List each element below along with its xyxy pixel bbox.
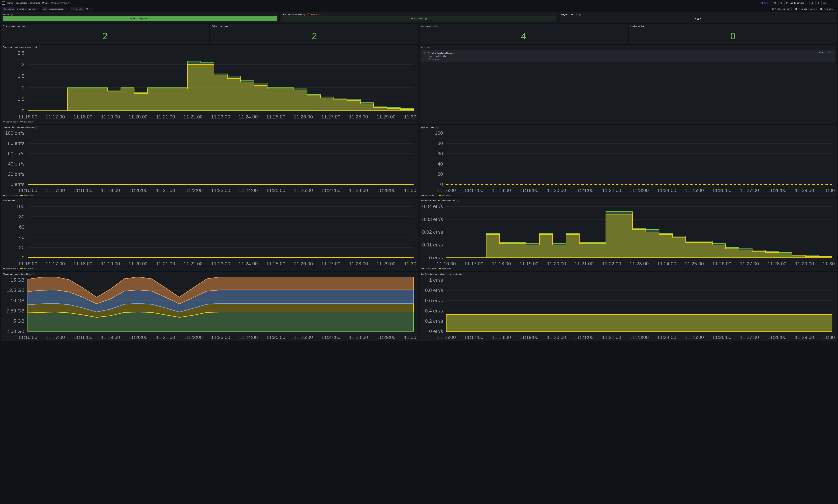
breadcrumb: Home › Dashboards › Integration - Presto… <box>7 2 67 4</box>
svg-text:11:17:00: 11:17:00 <box>464 187 483 193</box>
panel-inactive-workers: Inactive workersi 0 <box>629 24 837 44</box>
var-value: grafanacloud-k3d-prom <box>17 8 36 10</box>
svg-rect-18 <box>795 8 796 9</box>
panel-title: User error failures - one minute rate <box>3 126 35 128</box>
var-job[interactable]: Job integrations/presto <box>42 7 69 11</box>
panel-title: Active coordinators <box>212 25 229 27</box>
alert-row[interactable]: PrestoHighInsufficientResources Firing f… <box>421 50 835 62</box>
svg-text:11:23:00: 11:23:00 <box>630 261 649 266</box>
time-range-picker[interactable]: Last 15 minutes <box>784 1 808 5</box>
svg-text:11:23:00: 11:23:00 <box>630 187 649 193</box>
panel-title: Active workers <box>421 25 434 27</box>
alert-instances: 2 instances <box>429 58 439 60</box>
svg-text:11:24:00: 11:24:00 <box>657 187 676 193</box>
link-presto-logs[interactable]: Presto logs overview <box>793 7 817 11</box>
svg-text:11:25:00: 11:25:00 <box>685 261 704 266</box>
legend: operator-cluster static-cluster <box>420 268 837 271</box>
chart-queued[interactable]: 02040608010011:16:0011:17:0011:18:0011:1… <box>420 129 837 194</box>
svg-text:10 GB: 10 GB <box>11 298 24 303</box>
chevron-down-icon <box>66 8 67 9</box>
legend: operator-cluster static-cluster <box>1 268 418 271</box>
panel-integration-version: Integration versioni 1.0.0 <box>559 12 837 23</box>
zoom-out-button[interactable] <box>809 1 814 5</box>
svg-rect-19 <box>796 8 797 9</box>
svg-text:11:17:00: 11:17:00 <box>464 261 483 266</box>
alert-state: Firing <box>428 55 432 57</box>
link-presto-worker[interactable]: Presto worker <box>818 7 836 11</box>
chart-blocked[interactable]: 02040608010011:16:0011:17:0011:18:0011:1… <box>1 202 418 268</box>
info-icon[interactable]: i <box>436 126 439 128</box>
svg-text:11:18:00: 11:18:00 <box>73 114 92 120</box>
chevron-right-icon: › <box>14 2 15 4</box>
info-icon[interactable]: i <box>427 46 430 49</box>
svg-text:11:25:00: 11:25:00 <box>685 335 704 340</box>
svg-rect-15 <box>773 8 773 9</box>
svg-text:40: 40 <box>19 235 25 240</box>
svg-text:40: 40 <box>438 161 443 166</box>
var-data-source[interactable]: Data Source grafanacloud-k3d-prom <box>2 7 40 11</box>
legend-label: operator-cluster <box>425 268 436 270</box>
refresh-interval-picker[interactable]: 30s <box>821 1 830 5</box>
heart-broken-icon <box>424 51 426 54</box>
kiosk-toggle-button[interactable] <box>831 1 836 5</box>
info-icon[interactable]: i <box>36 126 38 128</box>
info-icon[interactable]: i <box>435 25 438 27</box>
var-presto-cluster[interactable]: Presto cluster All <box>70 7 92 11</box>
info-icon[interactable]: i <box>38 46 40 49</box>
svg-text:11:30:00: 11:30:00 <box>404 261 417 266</box>
svg-line-4 <box>69 3 70 3</box>
time-override-label[interactable]: Last 24 hours <box>311 13 322 15</box>
chevron-right-icon[interactable]: › <box>428 58 428 61</box>
chart-user-error[interactable]: 0 err/s20 err/s40 err/s60 err/s80 err/s1… <box>1 129 418 194</box>
info-icon[interactable]: i <box>17 200 19 202</box>
save-dashboard-button[interactable] <box>772 1 777 5</box>
link-presto-coordinator[interactable]: Presto coordinator <box>770 7 791 11</box>
svg-line-12 <box>812 3 813 4</box>
chart-completed[interactable]: 00.511.522.511:16:0011:17:0011:18:0011:1… <box>1 49 418 121</box>
info-icon[interactable]: i <box>463 273 465 275</box>
info-icon[interactable]: i <box>27 25 29 27</box>
view-alert-rule-link[interactable]: View alert rule <box>819 51 833 53</box>
chart-insufficient[interactable]: 0 err/s0.2 err/s0.4 err/s0.6 err/s0.8 er… <box>420 276 837 341</box>
svg-text:11:23:00: 11:23:00 <box>211 114 230 120</box>
info-icon[interactable]: i <box>578 13 581 16</box>
svg-text:0 err/s: 0 err/s <box>11 182 24 187</box>
svg-text:11:27:00: 11:27:00 <box>321 114 340 120</box>
chevron-down-icon <box>37 8 38 9</box>
add-button[interactable]: Add <box>760 1 771 5</box>
link-label: Presto worker <box>823 8 834 10</box>
chart-memory[interactable]: 2.50 GB5 GB7.50 GB10 GB12.5 GB15 GB11:16… <box>1 276 418 341</box>
menu-icon[interactable] <box>2 1 5 4</box>
refresh-button[interactable] <box>815 1 820 5</box>
svg-rect-7 <box>761 3 762 4</box>
svg-text:11:30:00: 11:30:00 <box>404 114 417 120</box>
info-icon[interactable]: i <box>33 273 35 275</box>
svg-text:2: 2 <box>22 62 24 67</box>
legend-label: static-cluster <box>23 268 33 270</box>
legend-label: operator-cluster <box>6 268 18 270</box>
info-icon[interactable]: i <box>230 25 232 27</box>
chart-internal[interactable]: 0 err/s0.01 err/s0.02 err/s0.03 err/s0.0… <box>420 202 837 268</box>
info-icon[interactable]: i <box>10 13 13 16</box>
share-icon[interactable] <box>68 1 71 4</box>
info-icon[interactable]: i <box>457 200 459 202</box>
svg-text:11:30:00: 11:30:00 <box>823 187 835 193</box>
panel-title: Integration version <box>560 13 577 16</box>
svg-text:11:29:00: 11:29:00 <box>795 261 814 266</box>
svg-text:12.5 GB: 12.5 GB <box>6 288 24 293</box>
svg-text:11:16:00: 11:16:00 <box>18 335 37 340</box>
alert-name: PrestoHighInsufficientResources <box>428 51 456 54</box>
svg-text:11:21:00: 11:21:00 <box>574 261 594 266</box>
svg-text:11:27:00: 11:27:00 <box>321 187 340 193</box>
info-icon[interactable]: i <box>303 13 306 16</box>
crumb-dashboards[interactable]: Dashboards <box>16 2 27 4</box>
crumb-home[interactable]: Home <box>7 2 13 4</box>
svg-rect-20 <box>795 9 796 10</box>
crumb-folder[interactable]: Integration - Presto <box>30 2 49 4</box>
svg-text:11:19:00: 11:19:00 <box>101 335 120 340</box>
settings-button[interactable] <box>778 1 783 5</box>
svg-text:11:20:00: 11:20:00 <box>547 261 566 266</box>
svg-text:11:16:00: 11:16:00 <box>437 187 456 193</box>
svg-text:11:19:00: 11:19:00 <box>101 114 120 120</box>
info-icon[interactable]: i <box>646 25 648 27</box>
